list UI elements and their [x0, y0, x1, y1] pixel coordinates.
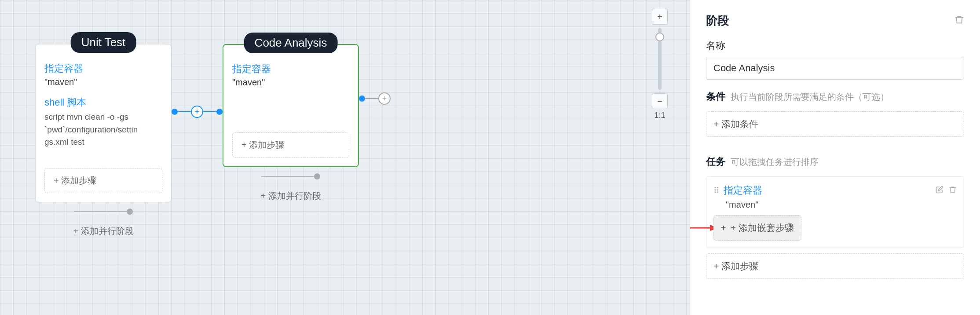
- container-value-0: "maven": [44, 77, 162, 87]
- bottom-parallel-0: [74, 209, 133, 215]
- condition-hint: 执行当前阶段所需要满足的条件（可选）: [731, 91, 889, 103]
- shell-script: script mvn clean -o -gs `pwd`/configurat…: [44, 111, 162, 149]
- bottom-parallel-1: [261, 173, 320, 179]
- add-condition-button[interactable]: + 添加条件: [706, 111, 964, 137]
- stage-card-code-analysis[interactable]: Code Analysis 指定容器 "maven" + 添加步骤: [223, 44, 359, 167]
- task-item-value: "maven": [713, 200, 957, 210]
- task-edit-button[interactable]: [936, 186, 943, 196]
- panel-title: 阶段: [706, 13, 729, 29]
- bottom-dot-0: [127, 209, 133, 215]
- drag-handle[interactable]: ⠿: [713, 186, 719, 195]
- zoom-label: 1:1: [654, 111, 665, 120]
- dot-right: [216, 109, 223, 115]
- zoom-minus-button[interactable]: −: [652, 93, 668, 109]
- stage-card-unit-test[interactable]: Unit Test 指定容器 "maven" shell 脚本 script m…: [35, 44, 172, 202]
- name-label: 名称: [706, 39, 964, 52]
- panel-delete-button[interactable]: [954, 15, 964, 27]
- add-step-button-0[interactable]: + 添加步骤: [44, 168, 162, 193]
- dot-left: [172, 109, 178, 115]
- trash-icon-task: [949, 186, 957, 194]
- add-parallel-button-0[interactable]: + 添加并行阶段: [69, 222, 137, 241]
- container-label-0[interactable]: 指定容器: [44, 62, 162, 75]
- panel-header: 阶段: [706, 13, 964, 29]
- stage-unit-test: Unit Test 指定容器 "maven" shell 脚本 script m…: [35, 26, 172, 241]
- connector-2: +: [359, 92, 391, 105]
- add-nested-step-label: + 添加嵌套步骤: [731, 222, 794, 234]
- stage-label-code-analysis[interactable]: Code Analysis: [244, 33, 338, 53]
- pipeline-container: Unit Test 指定容器 "maven" shell 脚本 script m…: [0, 0, 690, 267]
- container-value-1: "maven": [232, 77, 349, 88]
- plus-connector-1[interactable]: +: [191, 106, 203, 118]
- right-panel: 阶段 名称 条件 执行当前阶段所需要满足的条件（可选） + 添加条件 任务 可以…: [690, 0, 980, 315]
- shell-section: shell 脚本 script mvn clean -o -gs `pwd`/c…: [44, 92, 162, 149]
- trash-icon: [954, 15, 964, 25]
- condition-main-label: 条件: [706, 90, 725, 103]
- task-section: 任务 可以拖拽任务进行排序 ⠿ 指定容器: [706, 155, 964, 279]
- dot-left-2: [359, 95, 365, 102]
- bottom-dot-1: [314, 173, 320, 179]
- task-main-label: 任务: [706, 155, 725, 168]
- panel-add-step-button[interactable]: + 添加步骤: [706, 253, 964, 279]
- zoom-track[interactable]: [658, 28, 662, 90]
- add-nested-step-button[interactable]: + + 添加嵌套步骤: [713, 215, 801, 241]
- task-hint: 可以拖拽任务进行排序: [731, 156, 819, 168]
- task-item-name[interactable]: 指定容器: [724, 184, 931, 197]
- add-parallel-button-1[interactable]: + 添加并行阶段: [257, 187, 324, 205]
- plus-connector-2[interactable]: +: [378, 92, 391, 105]
- edit-icon: [936, 186, 943, 194]
- task-item: ⠿ 指定容器 "maven": [706, 176, 964, 248]
- add-step-button-1[interactable]: + 添加步骤: [232, 132, 349, 158]
- stage-label-unit-test[interactable]: Unit Test: [71, 32, 136, 53]
- zoom-plus-button[interactable]: +: [652, 9, 668, 25]
- zoom-control: + − 1:1: [652, 9, 668, 120]
- zoom-thumb[interactable]: [655, 33, 664, 41]
- name-section: 名称: [706, 39, 964, 80]
- pipeline-canvas: Unit Test 指定容器 "maven" shell 脚本 script m…: [0, 0, 690, 315]
- name-input[interactable]: [706, 57, 964, 80]
- task-delete-button[interactable]: [949, 186, 957, 196]
- container-label-1[interactable]: 指定容器: [232, 62, 349, 76]
- stage-code-analysis: Code Analysis 指定容器 "maven" + 添加步骤 + 添加并行…: [223, 26, 359, 205]
- condition-section: 条件 执行当前阶段所需要满足的条件（可选） + 添加条件: [706, 90, 964, 145]
- connector-1: +: [172, 106, 223, 118]
- shell-label[interactable]: shell 脚本: [44, 96, 162, 109]
